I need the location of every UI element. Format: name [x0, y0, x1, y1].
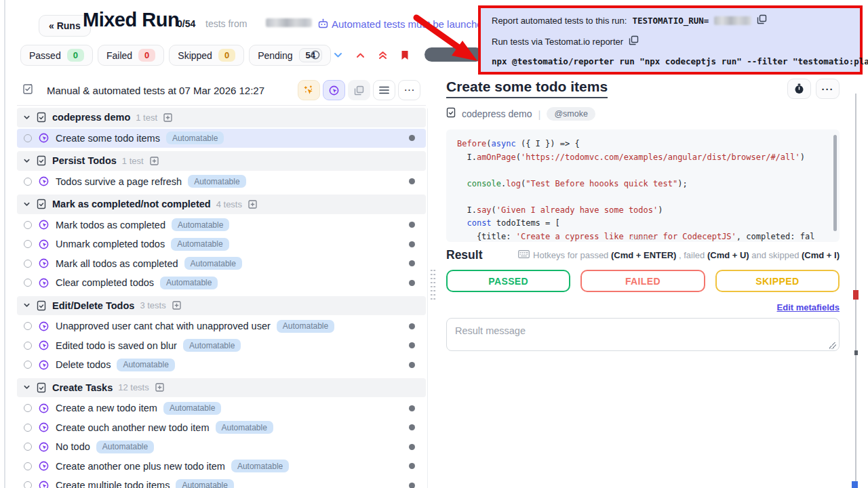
- test-status-radio[interactable]: [24, 134, 32, 142]
- filter-passed[interactable]: Passed 0: [20, 45, 93, 66]
- filter-label: Pending: [258, 50, 292, 61]
- test-row[interactable]: Edited todo is saved on blurAutomatable: [17, 336, 426, 356]
- chevron-down-icon[interactable]: [22, 201, 31, 208]
- test-status-radio[interactable]: [24, 342, 32, 350]
- passed-count-badge: 0: [67, 49, 84, 62]
- test-row[interactable]: Todos survive a page refreshAutomatable: [17, 172, 426, 192]
- bookmark-flag-icon[interactable]: [401, 50, 409, 60]
- filter-label: Failed: [106, 50, 132, 61]
- test-status-radio[interactable]: [24, 462, 32, 470]
- test-row[interactable]: Create some todo itemsAutomatable: [17, 129, 426, 148]
- test-row[interactable]: Unmark completed todosAutomatable: [17, 235, 426, 254]
- test-status-radio[interactable]: [24, 221, 32, 229]
- more-options-button[interactable]: ···: [398, 80, 420, 100]
- status-filter-bar: Passed 0 Failed 0 Skipped 0 Pending 54: [20, 45, 331, 66]
- pending-status-dot: [409, 135, 415, 141]
- magic-run-button[interactable]: [298, 80, 320, 100]
- panel-splitter[interactable]: [427, 108, 428, 488]
- code-line: I.amOnPage('https://todomvc.com/examples…: [457, 151, 829, 165]
- chevron-down-icon[interactable]: [22, 302, 31, 309]
- chevron-up-icon[interactable]: [356, 52, 365, 58]
- add-test-icon[interactable]: [172, 301, 181, 310]
- chevron-down-icon[interactable]: [22, 157, 31, 165]
- chevron-down-icon[interactable]: [22, 384, 31, 391]
- test-title[interactable]: Create some todo items: [446, 79, 608, 98]
- pending-status-dot: [409, 444, 415, 450]
- automated-test-icon: [38, 258, 50, 269]
- suite-breadcrumb[interactable]: codepress demo: [462, 108, 532, 119]
- test-status-radio[interactable]: [24, 178, 32, 186]
- suite-group-row[interactable]: codepress demo1 test: [17, 108, 426, 127]
- test-status-radio[interactable]: [24, 404, 32, 412]
- test-status-radio[interactable]: [24, 424, 32, 432]
- pending-status-dot: [409, 405, 415, 411]
- copy-icon[interactable]: [348, 80, 370, 100]
- timer-button[interactable]: [787, 79, 811, 99]
- copy-icon[interactable]: [757, 14, 767, 26]
- test-status-radio[interactable]: [24, 240, 32, 248]
- test-row[interactable]: Unapproved user cant chat with unapprove…: [17, 317, 426, 336]
- automated-test-icon: [38, 441, 50, 453]
- test-code-block[interactable]: Before(async ({ I }) => { I.amOnPage('ht…: [446, 129, 840, 242]
- suite-label: Create Tasks: [52, 382, 113, 393]
- add-test-icon[interactable]: [150, 157, 159, 165]
- pending-status-dot: [409, 424, 415, 430]
- circle-status-icon[interactable]: [311, 50, 320, 60]
- automated-filter-button[interactable]: [323, 80, 345, 100]
- add-test-icon[interactable]: [248, 200, 257, 209]
- suite-group-row[interactable]: Persist Todos1 test: [17, 151, 426, 171]
- test-status-radio[interactable]: [24, 322, 32, 330]
- test-status-radio[interactable]: [24, 481, 32, 488]
- test-label: No todo: [56, 441, 90, 452]
- double-chevron-up-icon[interactable]: [378, 51, 387, 60]
- result-heading: Result: [446, 248, 482, 262]
- test-row[interactable]: No todoAutomatable: [17, 437, 426, 457]
- test-status-radio[interactable]: [24, 361, 32, 369]
- test-status-radio[interactable]: [24, 279, 32, 287]
- code-drag-handle[interactable]: [631, 235, 655, 241]
- suite-group-row[interactable]: Edit/Delete Todos3 tests: [17, 296, 426, 316]
- copy-icon[interactable]: [629, 35, 639, 47]
- chevron-down-icon[interactable]: [22, 114, 31, 121]
- test-row[interactable]: Create multiple todo itemsAutomatable: [17, 476, 426, 488]
- test-row[interactable]: Create a new todo itemAutomatable: [17, 399, 426, 418]
- more-options-button[interactable]: ···: [816, 79, 840, 99]
- test-status-radio[interactable]: [24, 443, 32, 451]
- test-row[interactable]: Create ouch another new todo itemAutomat…: [17, 418, 426, 438]
- test-row[interactable]: Delete todosAutomatable: [17, 355, 426, 375]
- edit-metafields-link[interactable]: Edit metafields: [777, 302, 840, 312]
- suite-group-row[interactable]: Create Tasks12 tests: [17, 378, 426, 398]
- splitter-drag-handle[interactable]: [430, 268, 436, 301]
- automated-tests-launch-link[interactable]: Automated tests must be launched: [332, 18, 488, 30]
- test-row[interactable]: Mark all todos as completedAutomatable: [17, 254, 426, 274]
- failed-button[interactable]: FAILED: [580, 270, 705, 292]
- result-message-input[interactable]: [446, 318, 840, 351]
- suite-group-row[interactable]: Mark as completed/not completed4 tests: [17, 195, 426, 214]
- automatable-badge: Automatable: [231, 460, 289, 472]
- page-title: Mixed Run: [83, 9, 179, 31]
- code-scrollbar-thumb[interactable]: [833, 135, 837, 231]
- test-row[interactable]: Create another one plus new todo itemAut…: [17, 457, 426, 476]
- tag-badge[interactable]: @smoke: [547, 107, 595, 121]
- list-view-button[interactable]: [373, 80, 395, 100]
- add-test-icon[interactable]: [155, 383, 164, 392]
- filter-skipped[interactable]: Skipped 0: [169, 45, 244, 66]
- filter-failed[interactable]: Failed 0: [98, 45, 164, 66]
- test-label: Create some todo items: [56, 133, 160, 144]
- pending-status-dot: [409, 260, 415, 266]
- test-row[interactable]: Mark todos as completedAutomatable: [17, 216, 426, 235]
- chevron-down-icon[interactable]: [334, 52, 342, 58]
- skipped-button[interactable]: SKIPPED: [715, 270, 840, 292]
- left-border: [4, 0, 5, 488]
- automatable-badge: Automatable: [176, 479, 233, 488]
- test-list: codepress demo1 testCreate some todo ite…: [17, 108, 426, 488]
- report-run-label: Report automated tests to this run:: [492, 16, 627, 26]
- test-row[interactable]: Clear completed todosAutomatable: [17, 273, 426, 293]
- test-status-radio[interactable]: [24, 260, 32, 268]
- add-test-icon[interactable]: [163, 113, 172, 122]
- pending-status-dot: [409, 463, 415, 469]
- test-label: Create a new todo item: [56, 403, 157, 413]
- test-label: Delete todos: [56, 359, 111, 370]
- code-line: Before(async ({ I }) => {: [457, 138, 829, 151]
- passed-button[interactable]: PASSED: [446, 270, 570, 292]
